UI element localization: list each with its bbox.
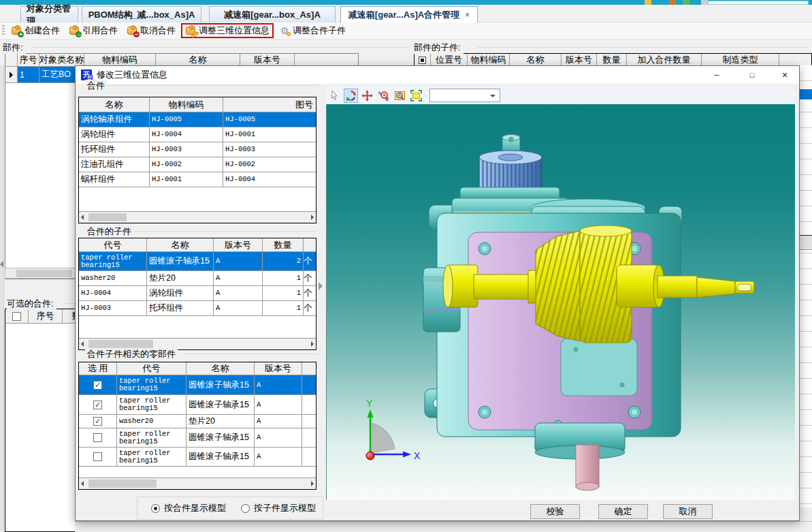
select-cursor-button[interactable] — [327, 89, 342, 103]
table-row[interactable]: 涡轮组件 HJ-0004 HJ-0001 — [79, 127, 316, 142]
radio-display-by-child[interactable] — [241, 504, 250, 513]
tab-gearbox[interactable]: 减速箱[gear...box_As]A — [209, 6, 336, 22]
checkbox[interactable]: ✓ — [93, 381, 102, 390]
table-row[interactable]: 涡轮轴承组件 HJ-0005 HJ-0005 — [79, 112, 316, 127]
scroll-left-icon[interactable] — [81, 481, 84, 486]
cancel-assembly-button[interactable]: − 取消合件 — [123, 23, 179, 38]
col-version[interactable]: 版本号 — [255, 362, 302, 375]
titlebar-icon-4[interactable] — [701, 0, 708, 5]
col-version[interactable]: 版本号 — [240, 54, 295, 66]
fit-icon — [410, 90, 422, 101]
col-qty[interactable]: 数量 — [263, 238, 304, 251]
table-row[interactable]: ✓ washer20 垫片20 A — [79, 415, 316, 428]
table-row[interactable]: taper roller bearing15 圆锥滚子轴承15 A 2 个 — [79, 252, 316, 271]
background-section-sliver — [800, 235, 812, 250]
viewer-toolbar — [326, 87, 795, 104]
scroll-left-icon[interactable] — [81, 341, 84, 347]
radio-label: 按子件显示模型 — [254, 502, 316, 514]
checkbox[interactable] — [93, 452, 102, 461]
scroll-thumb[interactable] — [88, 480, 157, 488]
maximize-button[interactable]: □ — [737, 66, 767, 84]
table-row[interactable]: 蜗杆组件 HJ-0001 HJ-0004 — [79, 172, 316, 187]
select-all-header[interactable] — [5, 309, 29, 323]
titlebar-icon-1[interactable] — [645, 0, 651, 5]
scroll-right-icon[interactable] — [311, 481, 314, 486]
col-class[interactable]: 对象类名称 — [39, 54, 84, 66]
viewport-3d[interactable]: Y X — [326, 104, 795, 500]
puzzle-pencil-icon — [185, 25, 196, 36]
create-assembly-button[interactable]: + 创建合件 — [7, 23, 63, 38]
scroll-thumb[interactable] — [88, 213, 127, 221]
col-name[interactable]: 名称 — [510, 54, 562, 66]
col-qty[interactable]: 数量 — [597, 54, 627, 66]
col-name[interactable]: 名称 — [186, 362, 255, 375]
ok-button[interactable]: 确定 — [598, 504, 648, 519]
col-seq[interactable]: 序号 — [18, 54, 39, 66]
select-all-header[interactable] — [415, 54, 431, 66]
table-row[interactable]: washer20 垫片20 A 1 个 — [79, 271, 316, 286]
tab-assembly-management[interactable]: 减速箱[gear...As]A合件管理 × — [340, 6, 478, 22]
related-parts-hscroll[interactable] — [79, 478, 316, 489]
titlebar-icon-3[interactable] — [683, 0, 689, 5]
table-row[interactable]: ✓ taper roller bearing15 圆锥滚子轴承15 A — [79, 395, 316, 415]
col-mfg-type[interactable]: 制造类型 — [702, 54, 779, 66]
col-name[interactable]: 名称 — [156, 54, 240, 66]
dialog-title-bar[interactable]: 开自 修改三维位置信息 — [76, 66, 799, 84]
col-selected[interactable]: 选 用 — [79, 362, 117, 375]
titlebar-icon-2[interactable] — [669, 0, 676, 5]
tab-pbom-structure[interactable]: PBOM结构_减...box_As]A — [82, 6, 201, 22]
table-row[interactable]: taper roller bearing15 圆锥滚子轴承15 A — [79, 428, 316, 448]
scroll-thumb[interactable] — [16, 270, 72, 277]
col-version[interactable]: 版本号 — [562, 54, 597, 66]
checkbox[interactable]: ✓ — [93, 417, 102, 426]
toolbar-grip[interactable] — [2, 25, 5, 36]
scroll-right-icon[interactable] — [311, 215, 314, 220]
col-position[interactable]: 位置号 — [431, 54, 468, 66]
checkbox[interactable] — [93, 433, 102, 442]
scroll-thumb[interactable] — [88, 340, 153, 348]
col-code[interactable]: 代号 — [117, 362, 186, 375]
table-row[interactable]: HJ-0003 托环组件 A 1 个 — [79, 301, 316, 316]
table-row[interactable]: taper roller bearing15 圆锥滚子轴承15 A — [79, 448, 316, 467]
view-preset-combobox[interactable] — [429, 89, 500, 102]
col-material-code[interactable]: 物料编码 — [150, 97, 223, 112]
col-code[interactable]: 物料编码 — [84, 54, 156, 66]
zoom-dynamic-button[interactable] — [376, 89, 391, 103]
col-version[interactable]: 版本号 — [214, 238, 263, 251]
col-code[interactable]: 代号 — [79, 238, 147, 251]
tab-close-icon[interactable]: × — [465, 10, 470, 20]
keyway — [737, 284, 751, 291]
col-drawing-no[interactable]: 图号 — [223, 97, 316, 112]
scroll-left-icon[interactable] — [81, 215, 84, 220]
rotate-view-button[interactable] — [344, 89, 358, 103]
col-seq[interactable]: 序号 — [29, 309, 63, 323]
table-row[interactable]: 注油孔组件 HJ-0002 HJ-0002 — [79, 157, 316, 172]
assembly-children-table: 代号 名称 版本号 数量 taper roller bearing15 圆锥滚子… — [78, 238, 316, 350]
radio-display-by-assembly[interactable] — [151, 504, 160, 513]
panel-splitter-arrow-icon[interactable] — [319, 282, 323, 290]
pan-view-button[interactable] — [360, 89, 374, 103]
zoom-window-button[interactable] — [393, 89, 407, 103]
assembly-table-hscroll[interactable] — [79, 211, 316, 223]
table-row[interactable]: 托环组件 HJ-0003 HJ-0003 — [79, 142, 316, 157]
adjust-assembly-children-button[interactable]: 调整合件子件 — [276, 23, 349, 38]
checkbox[interactable]: ✓ — [93, 401, 102, 409]
cancel-button[interactable]: 取消 — [663, 504, 713, 519]
scroll-right-icon[interactable] — [311, 341, 314, 347]
col-name[interactable]: 名称 — [79, 97, 150, 112]
table-row[interactable]: ✓ taper roller bearing15 圆锥滚子轴承15 A — [79, 375, 316, 395]
zoom-fit-button[interactable] — [409, 89, 423, 103]
parts-section-line — [31, 47, 409, 48]
col-join-qty[interactable]: 加入合件数量 — [627, 54, 702, 66]
col-code[interactable]: 物料编码 — [468, 54, 510, 66]
reference-assembly-button[interactable]: → 引用合件 — [65, 23, 121, 38]
tab-object-classification[interactable]: 对象分类管理 — [20, 6, 78, 22]
col-name[interactable]: 名称 — [147, 238, 214, 251]
minimize-button[interactable]: ─ — [702, 66, 732, 84]
close-button[interactable]: ✕ — [770, 66, 800, 84]
button-label: 取消合件 — [140, 25, 176, 37]
table-row[interactable]: HJ-0004 涡轮组件 A 1 个 — [79, 286, 316, 301]
collapse-left-arrow-icon[interactable] — [0, 261, 3, 268]
adjust-3d-position-button[interactable]: 调整三维位置信息 — [181, 23, 274, 38]
verify-button[interactable]: 校验 — [530, 504, 580, 519]
